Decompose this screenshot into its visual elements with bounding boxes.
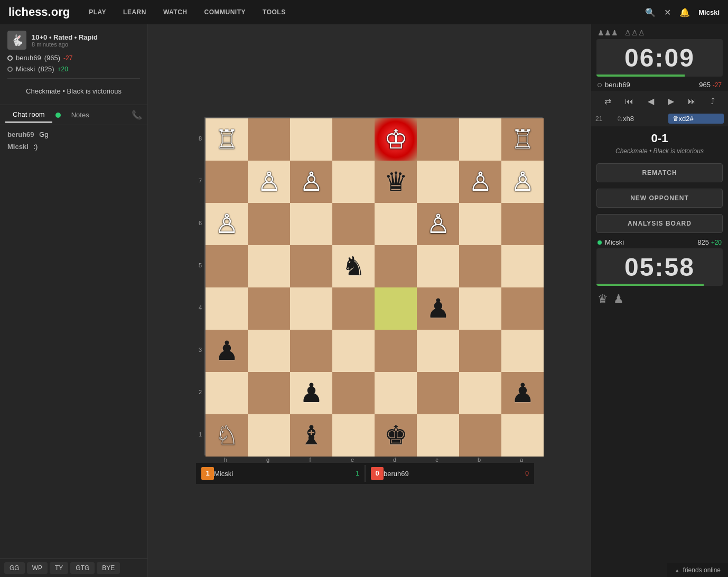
board-square[interactable] bbox=[375, 245, 417, 287]
board-square[interactable] bbox=[501, 245, 544, 287]
board-square[interactable] bbox=[248, 287, 290, 330]
quick-chat-wp[interactable]: WP bbox=[27, 562, 48, 574]
board-square[interactable]: ♙ bbox=[248, 161, 290, 203]
board-square[interactable] bbox=[459, 245, 501, 287]
tab-chat-room[interactable]: Chat room bbox=[5, 107, 52, 123]
board-square[interactable] bbox=[290, 118, 332, 161]
board-square[interactable] bbox=[417, 330, 459, 372]
board-square[interactable] bbox=[332, 330, 375, 372]
board-square[interactable] bbox=[501, 203, 544, 245]
friends-online-bar[interactable]: ▲ friends online bbox=[667, 563, 728, 577]
board-square[interactable] bbox=[290, 330, 332, 372]
board-square[interactable] bbox=[375, 330, 417, 372]
board-square[interactable] bbox=[332, 203, 375, 245]
board-square[interactable] bbox=[459, 287, 501, 330]
bell-icon[interactable]: 🔔 bbox=[679, 7, 690, 17]
board-square[interactable]: ♟ bbox=[417, 287, 459, 330]
board-square[interactable]: ♙ bbox=[290, 161, 332, 203]
board-square[interactable]: ♟ bbox=[501, 372, 544, 414]
board-square[interactable] bbox=[375, 287, 417, 330]
player-black-name[interactable]: Micski bbox=[16, 65, 35, 73]
board-square[interactable] bbox=[459, 330, 501, 372]
board-square[interactable] bbox=[417, 245, 459, 287]
board-square[interactable] bbox=[206, 287, 248, 330]
board-square[interactable] bbox=[248, 330, 290, 372]
board-square[interactable] bbox=[332, 372, 375, 414]
move-black[interactable]: ♛xd2# bbox=[668, 114, 724, 124]
board-square[interactable]: ♔ bbox=[375, 118, 417, 161]
nav-tools[interactable]: TOOLS bbox=[259, 6, 289, 18]
prev-move-button[interactable]: ◀ bbox=[643, 94, 658, 108]
flip-board-button[interactable]: ⇄ bbox=[600, 94, 615, 108]
player-white-name[interactable]: beruh69 bbox=[16, 54, 41, 62]
bottom-player-name[interactable]: Micski bbox=[605, 238, 624, 246]
board-square[interactable] bbox=[417, 118, 459, 161]
rematch-button[interactable]: REMATCH bbox=[596, 163, 723, 182]
last-move-button[interactable]: ⏭ bbox=[684, 95, 701, 108]
tab-notes[interactable]: Notes bbox=[64, 108, 97, 122]
board-square[interactable] bbox=[248, 203, 290, 245]
board-square[interactable] bbox=[206, 372, 248, 414]
board-square[interactable] bbox=[459, 118, 501, 161]
board-square[interactable] bbox=[501, 414, 544, 457]
board-square[interactable] bbox=[459, 203, 501, 245]
quick-chat-gtg[interactable]: GTG bbox=[70, 562, 95, 574]
queen-icon[interactable]: ♛ bbox=[598, 292, 608, 306]
board-square[interactable]: ♞ bbox=[332, 245, 375, 287]
board-square[interactable] bbox=[290, 287, 332, 330]
board-square[interactable]: ♙ bbox=[501, 161, 544, 203]
quick-chat-ty[interactable]: TY bbox=[50, 562, 68, 574]
top-player-name[interactable]: beruh69 bbox=[605, 81, 630, 89]
new-opponent-button[interactable]: NEW OPPONENT bbox=[596, 189, 723, 208]
board-square[interactable]: ♟ bbox=[290, 372, 332, 414]
board-square[interactable] bbox=[417, 372, 459, 414]
board-square[interactable]: ♙ bbox=[206, 203, 248, 245]
board-square[interactable]: ♚ bbox=[375, 414, 417, 457]
board-square[interactable] bbox=[290, 203, 332, 245]
board-square[interactable] bbox=[332, 118, 375, 161]
board-square[interactable]: ♙ bbox=[459, 161, 501, 203]
board-square[interactable] bbox=[206, 161, 248, 203]
board-square[interactable]: ♖ bbox=[206, 118, 248, 161]
board-square[interactable] bbox=[332, 287, 375, 330]
nav-play[interactable]: PLAY bbox=[86, 6, 109, 18]
nav-learn[interactable]: LEARN bbox=[120, 6, 150, 18]
board-square[interactable] bbox=[459, 414, 501, 457]
board-square[interactable] bbox=[417, 161, 459, 203]
nav-username[interactable]: Micski bbox=[698, 8, 720, 16]
analysis-board-button[interactable]: ANALYSIS BOARD bbox=[596, 214, 723, 233]
nav-community[interactable]: COMMUNITY bbox=[201, 6, 249, 18]
quick-chat-bye[interactable]: BYE bbox=[97, 562, 120, 574]
chess-board[interactable]: ♖♔♖♙♙♛♙♙♙♙♞♟♟♟♟♘♝♚ bbox=[204, 117, 543, 455]
pawn-icon[interactable]: ♟ bbox=[613, 292, 624, 306]
board-square[interactable]: ♖ bbox=[501, 118, 544, 161]
board-square[interactable] bbox=[248, 372, 290, 414]
board-square[interactable] bbox=[417, 414, 459, 457]
search-icon[interactable]: 🔍 bbox=[645, 7, 656, 17]
board-square[interactable] bbox=[375, 372, 417, 414]
nav-watch[interactable]: WATCH bbox=[160, 6, 191, 18]
first-move-button[interactable]: ⏮ bbox=[621, 95, 638, 108]
phone-icon[interactable]: 📞 bbox=[132, 110, 142, 120]
board-square[interactable] bbox=[206, 245, 248, 287]
board-square[interactable]: ♝ bbox=[290, 414, 332, 457]
board-square[interactable] bbox=[375, 203, 417, 245]
board-square[interactable]: ♟ bbox=[206, 330, 248, 372]
board-square[interactable] bbox=[501, 330, 544, 372]
board-square[interactable]: ♛ bbox=[375, 161, 417, 203]
next-move-button[interactable]: ▶ bbox=[664, 94, 678, 108]
board-square[interactable] bbox=[459, 372, 501, 414]
close-icon[interactable]: ✕ bbox=[664, 7, 671, 17]
board-square[interactable] bbox=[332, 414, 375, 457]
move-white[interactable]: ♘xh8 bbox=[612, 114, 668, 124]
board-square[interactable]: ♙ bbox=[417, 203, 459, 245]
quick-chat-gg[interactable]: GG bbox=[4, 562, 25, 574]
board-square[interactable] bbox=[248, 245, 290, 287]
board-square[interactable] bbox=[248, 414, 290, 457]
board-square[interactable] bbox=[501, 287, 544, 330]
logo[interactable]: lichess.org bbox=[8, 5, 70, 19]
board-square[interactable]: ♘ bbox=[206, 414, 248, 457]
board-square[interactable] bbox=[290, 245, 332, 287]
board-square[interactable] bbox=[332, 161, 375, 203]
board-square[interactable] bbox=[248, 118, 290, 161]
